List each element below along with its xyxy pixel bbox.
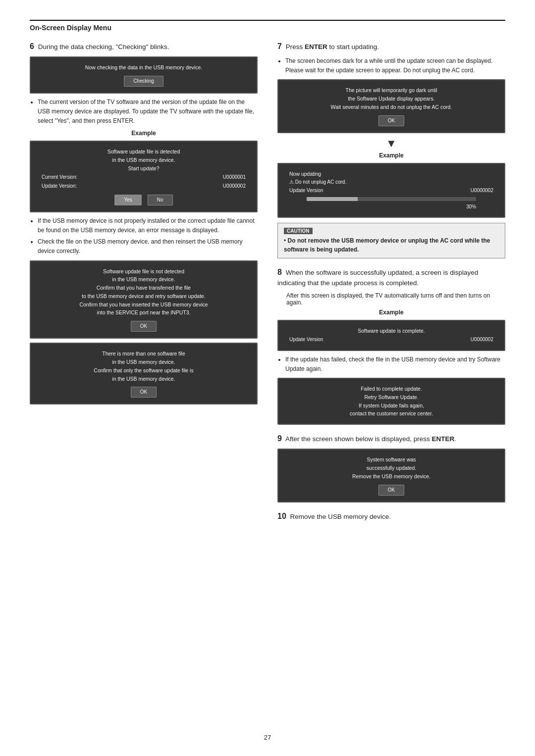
- ok-btn-step9: OK: [378, 485, 404, 496]
- col-right: 7 Press ENTER to start updating. The scr…: [277, 41, 505, 530]
- step7-example-label: Example: [277, 152, 505, 159]
- section-header: On-Screen Display Menu: [30, 20, 505, 32]
- step6-bullets: The current version of the TV software a…: [38, 98, 258, 126]
- caution-box: CAUTION • Do not remove the USB memory d…: [277, 223, 505, 258]
- step8-example-label: Example: [277, 309, 505, 316]
- step6-block: 6 During the data checking, "Checking" b…: [30, 41, 258, 404]
- checking-btn: Checking: [124, 76, 163, 87]
- step7-screen2: Now updating ⚠ Do not unplug AC cord. Up…: [277, 163, 505, 218]
- step8-heading: 8 When the software is successfully upda…: [277, 266, 505, 288]
- step6-bullet2: If the USB memory device is not properly…: [38, 216, 258, 235]
- step9-block: 9 After the screen shown below is displa…: [277, 433, 505, 502]
- step9-heading: 9 After the screen shown below is displa…: [277, 433, 505, 445]
- no-btn: No: [148, 195, 173, 205]
- ok-btn-screen3: OK: [131, 321, 157, 332]
- step6-heading: 6 During the data checking, "Checking" b…: [30, 41, 258, 52]
- step7-block: 7 Press ENTER to start updating. The scr…: [277, 41, 505, 258]
- section-title: On-Screen Display Menu: [30, 24, 111, 32]
- step6-bullet1: The current version of the TV software a…: [38, 98, 258, 126]
- step10-heading: 10 Remove the USB memory device.: [277, 510, 505, 522]
- step8-block: 8 When the software is successfully upda…: [277, 266, 505, 425]
- step8-screen2: Failed to complete update. Retry Softwar…: [277, 378, 505, 425]
- step10-block: 10 Remove the USB memory device.: [277, 510, 505, 522]
- caution-title: CAUTION: [284, 228, 313, 234]
- step8-bullet1: If the update has failed, check the file…: [285, 355, 505, 374]
- step6-screen2: Software update file is detected in the …: [30, 141, 258, 212]
- yes-btn: Yes: [114, 195, 141, 205]
- progress-bar: [307, 197, 476, 201]
- progress-bar-fill: [307, 197, 358, 201]
- step6-screen1: Now checking the data in the USB memory …: [30, 56, 258, 94]
- progress-label: 30%: [285, 203, 497, 211]
- page-number: 27: [0, 734, 535, 741]
- step7-bullet1: The screen becomes dark for a while unti…: [285, 56, 505, 75]
- caution-text: • Do not remove the USB memory device or…: [284, 236, 499, 254]
- step7-heading: 7 Press ENTER to start updating.: [277, 41, 505, 52]
- arrow-down: ▼: [277, 137, 505, 150]
- step9-screen1: System software was successfully updated…: [277, 449, 505, 502]
- step6-screen3: Software update file is not detected in …: [30, 260, 258, 339]
- col-left: 6 During the data checking, "Checking" b…: [30, 41, 258, 412]
- step7-screen1: The picture will temporarily go dark unt…: [277, 79, 505, 133]
- step6-example-label: Example: [30, 130, 258, 137]
- ok-btn-step7: OK: [378, 115, 404, 126]
- step8-screen1: Software update is complete. Update Vers…: [277, 320, 505, 351]
- step6-bullet3: Check the file on the USB memory device,…: [38, 237, 258, 256]
- step8-sub: After this screen is displayed, the TV a…: [286, 292, 505, 306]
- step6-screen4: There is more than one software file in …: [30, 343, 258, 404]
- ok-btn-screen4: OK: [131, 387, 157, 398]
